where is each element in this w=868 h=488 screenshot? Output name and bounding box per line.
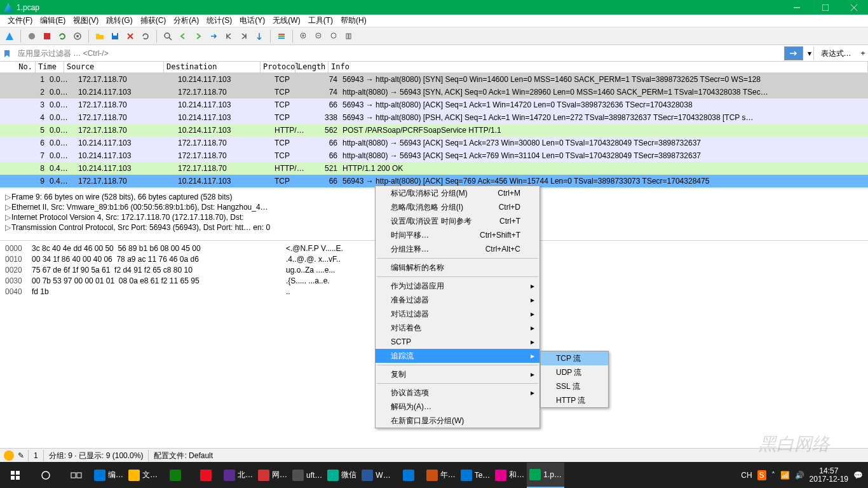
- taskview-button[interactable]: [61, 463, 92, 488]
- taskbar-app[interactable]: [393, 463, 424, 488]
- context-menu-item[interactable]: 协议首选项▸: [376, 386, 539, 400]
- column-header[interactable]: Info: [329, 62, 868, 72]
- packet-row[interactable]: 30.0…172.17.118.7010.214.117.103TCP66569…: [0, 98, 868, 111]
- find-icon[interactable]: [161, 29, 175, 43]
- cortana-button[interactable]: [31, 463, 61, 488]
- start-capture-icon[interactable]: [25, 29, 39, 43]
- column-header[interactable]: Destination: [164, 62, 261, 72]
- tray-ime-icon[interactable]: S: [757, 470, 766, 480]
- resize-columns-icon[interactable]: [342, 29, 356, 43]
- context-menu-item[interactable]: 忽略/取消忽略 分组(I)Ctrl+D: [376, 200, 539, 214]
- menu-item-2[interactable]: 视图(V): [69, 14, 102, 27]
- filter-dropdown-icon[interactable]: ▾: [806, 49, 813, 58]
- context-menu-item[interactable]: 标记/取消标记 分组(M)Ctrl+M: [376, 186, 539, 200]
- packet-row[interactable]: 50.0…172.17.118.7010.214.117.103HTTP/…56…: [0, 124, 868, 137]
- context-menu-item[interactable]: 作为过滤器应用▸: [376, 279, 539, 293]
- column-header[interactable]: Length: [295, 62, 329, 72]
- taskbar-app[interactable]: [191, 463, 221, 488]
- colorize-icon[interactable]: [275, 29, 288, 43]
- system-tray[interactable]: CH S ˄ 📶 🔊 14:57 2017-12-19 💬: [741, 467, 868, 484]
- status-profile[interactable]: 配置文件: Default: [148, 450, 218, 461]
- zoom-in-icon[interactable]: [297, 29, 311, 43]
- menu-item-10[interactable]: 帮助(H): [337, 14, 370, 27]
- packet-row[interactable]: 60.0…10.214.117.103172.17.118.70TCP66htt…: [0, 137, 868, 149]
- goto-first-icon[interactable]: [222, 29, 236, 43]
- packet-row[interactable]: 70.0…10.214.117.103172.17.118.70TCP66htt…: [0, 149, 868, 162]
- minimize-button[interactable]: [782, 0, 811, 15]
- open-file-icon[interactable]: [93, 29, 107, 43]
- menu-item-4[interactable]: 捕获(C): [137, 14, 170, 27]
- context-menu-item[interactable]: 时间平移…Ctrl+Shift+T: [376, 228, 539, 242]
- column-header[interactable]: No.: [0, 62, 36, 72]
- context-menu-item[interactable]: 复制▸: [376, 367, 539, 381]
- taskbar-app[interactable]: 网…: [255, 463, 290, 488]
- reload-icon[interactable]: [139, 29, 153, 43]
- context-menu-item[interactable]: 准备过滤器▸: [376, 293, 539, 307]
- context-menu-item[interactable]: SCTP▸: [376, 335, 539, 349]
- menu-item-7[interactable]: 电话(Y): [236, 14, 269, 27]
- maximize-button[interactable]: [811, 0, 839, 15]
- save-file-icon[interactable]: [108, 29, 122, 43]
- capture-options-icon[interactable]: [71, 29, 85, 43]
- tray-notifications-icon[interactable]: 💬: [853, 471, 863, 480]
- context-menu-item[interactable]: 对话过滤器▸: [376, 307, 539, 321]
- column-header[interactable]: Protocol: [261, 62, 295, 72]
- context-menu-item[interactable]: 在新窗口显示分组(W): [376, 414, 539, 428]
- taskbar-app[interactable]: 微信: [325, 463, 359, 488]
- menu-item-9[interactable]: 工具(T): [304, 14, 337, 27]
- start-button[interactable]: [0, 463, 31, 488]
- tray-date[interactable]: 2017-12-19: [810, 475, 848, 484]
- zoom-reset-icon[interactable]: [327, 29, 341, 43]
- restart-capture-icon[interactable]: [55, 29, 69, 43]
- taskbar-app[interactable]: 和…: [492, 463, 527, 488]
- filter-bookmark-icon[interactable]: [0, 46, 14, 60]
- context-menu-item[interactable]: 对话着色▸: [376, 321, 539, 335]
- tray-volume-icon[interactable]: 🔊: [795, 471, 804, 480]
- goto-icon[interactable]: [207, 29, 220, 43]
- context-menu-item[interactable]: 编辑解析的名称: [376, 261, 539, 274]
- taskbar-app[interactable]: 编…: [92, 463, 126, 488]
- prev-icon[interactable]: [176, 29, 190, 43]
- taskbar-app[interactable]: uft…: [290, 463, 325, 488]
- expression-button[interactable]: 表达式…: [813, 46, 858, 60]
- packet-row[interactable]: 40.0…172.17.118.7010.214.117.103TCP33856…: [0, 111, 868, 124]
- submenu-item[interactable]: HTTP 流: [541, 393, 608, 407]
- expert-info-icon[interactable]: [4, 451, 14, 461]
- packet-row[interactable]: 80.4…10.214.117.103172.17.118.70HTTP/…52…: [0, 162, 868, 175]
- column-header[interactable]: Time: [36, 62, 64, 72]
- taskbar-app[interactable]: W…: [359, 463, 393, 488]
- display-filter-input[interactable]: [14, 46, 784, 60]
- auto-scroll-icon[interactable]: [252, 29, 266, 43]
- context-menu-item[interactable]: 解码为(A)…: [376, 400, 539, 414]
- menu-item-3[interactable]: 跳转(G): [102, 14, 136, 27]
- stop-capture-icon[interactable]: [40, 29, 54, 43]
- next-icon[interactable]: [191, 29, 205, 43]
- taskbar-app[interactable]: Te…: [458, 463, 493, 488]
- taskbar-app[interactable]: 文…: [126, 463, 160, 488]
- goto-last-icon[interactable]: [237, 29, 251, 43]
- tray-clock[interactable]: 14:57: [810, 467, 848, 475]
- menu-item-6[interactable]: 统计(S): [203, 14, 236, 27]
- column-header[interactable]: Source: [64, 62, 164, 72]
- menu-item-0[interactable]: 文件(F): [4, 14, 36, 27]
- context-menu-item[interactable]: 设置/取消设置 时间参考Ctrl+T: [376, 214, 539, 228]
- tray-lang[interactable]: CH: [741, 471, 752, 480]
- taskbar-app[interactable]: [160, 463, 191, 488]
- edit-icon[interactable]: ✎: [18, 451, 28, 460]
- packet-row[interactable]: 10.0…172.17.118.7010.214.117.103TCP74569…: [0, 73, 868, 86]
- menu-item-1[interactable]: 编辑(E): [36, 14, 69, 27]
- zoom-out-icon[interactable]: [312, 29, 326, 43]
- close-button[interactable]: [839, 0, 868, 15]
- packet-row[interactable]: 20.0…10.214.117.103172.17.118.70TCP74htt…: [0, 86, 868, 98]
- tray-up-icon[interactable]: ˄: [771, 471, 775, 480]
- taskbar-app[interactable]: 北…: [221, 463, 255, 488]
- filter-apply-button[interactable]: [784, 46, 803, 60]
- close-file-icon[interactable]: [123, 29, 137, 43]
- submenu-item[interactable]: SSL 流: [541, 379, 608, 393]
- context-menu-item[interactable]: 追踪流▸: [376, 349, 539, 363]
- filter-add-icon[interactable]: +: [858, 49, 868, 58]
- taskbar-app[interactable]: 1.p…: [527, 463, 564, 488]
- toolbar-logo-icon[interactable]: [3, 29, 17, 43]
- submenu-item[interactable]: UDP 流: [541, 365, 608, 379]
- menu-item-8[interactable]: 无线(W): [269, 14, 304, 27]
